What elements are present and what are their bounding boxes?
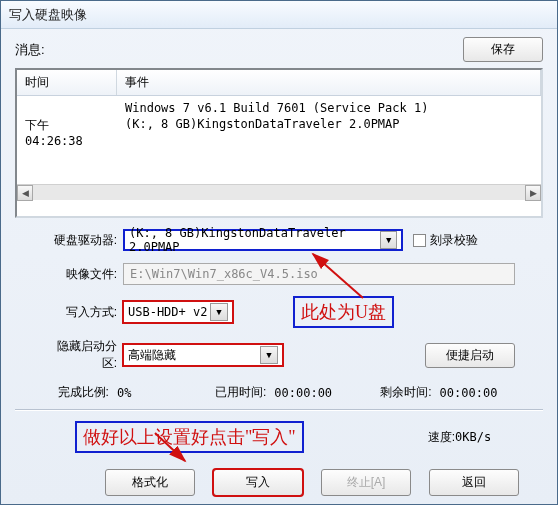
scroll-right-button[interactable]: ▶ bbox=[525, 185, 541, 201]
back-button[interactable]: 返回 bbox=[429, 469, 519, 496]
log-cell-time: 下午 04:26:38 bbox=[17, 116, 117, 149]
verify-checkbox[interactable] bbox=[413, 234, 426, 247]
scroll-track[interactable] bbox=[33, 185, 525, 200]
annotation-drive-note: 此处为U盘 bbox=[293, 296, 394, 328]
speed-value: 0KB/s bbox=[455, 430, 515, 444]
elapsed-label: 已用时间: bbox=[200, 384, 266, 401]
image-file-field[interactable]: E:\Win7\Win7_x86c_V4.5.iso bbox=[123, 263, 515, 285]
image-file-label: 映像文件: bbox=[43, 266, 123, 283]
log-column-time[interactable]: 时间 bbox=[17, 70, 117, 95]
log-row: Windows 7 v6.1 Build 7601 (Service Pack … bbox=[17, 100, 541, 116]
drive-combobox[interactable]: (K:, 8 GB)KingstonDataTraveler 2.0PMAP ▼ bbox=[123, 229, 403, 251]
log-panel: 时间 事件 Windows 7 v6.1 Build 7601 (Service… bbox=[15, 68, 543, 218]
dropdown-arrow-icon[interactable]: ▼ bbox=[210, 303, 228, 321]
log-row: 下午 04:26:38 (K:, 8 GB)KingstonDataTravel… bbox=[17, 116, 541, 149]
drive-label: 硬盘驱动器: bbox=[43, 232, 123, 249]
log-cell-event: (K:, 8 GB)KingstonDataTraveler 2.0PMAP bbox=[117, 116, 541, 149]
convenient-boot-button[interactable]: 便捷启动 bbox=[425, 343, 515, 368]
scroll-left-button[interactable]: ◀ bbox=[17, 185, 33, 201]
annotation-write-note: 做好以上设置好点击"写入" bbox=[75, 421, 304, 453]
log-cell-event: Windows 7 v6.1 Build 7601 (Service Pack … bbox=[117, 100, 541, 116]
abort-button: 终止[A] bbox=[321, 469, 411, 496]
write-button[interactable]: 写入 bbox=[213, 469, 303, 496]
progress-label: 完成比例: bbox=[43, 384, 109, 401]
write-mode-combobox[interactable]: USB-HDD+ v2 ▼ bbox=[123, 301, 233, 323]
log-cell-time bbox=[17, 100, 117, 116]
elapsed-value: 00:00:00 bbox=[274, 386, 349, 400]
log-column-event[interactable]: 事件 bbox=[117, 70, 541, 95]
verify-label: 刻录校验 bbox=[430, 232, 478, 249]
dropdown-arrow-icon[interactable]: ▼ bbox=[260, 346, 278, 364]
window-titlebar: 写入硬盘映像 bbox=[1, 1, 557, 29]
write-mode-label: 写入方式: bbox=[43, 304, 123, 321]
image-file-value: E:\Win7\Win7_x86c_V4.5.iso bbox=[130, 267, 318, 281]
remain-label: 剩余时间: bbox=[366, 384, 432, 401]
dropdown-arrow-icon[interactable]: ▼ bbox=[380, 231, 397, 249]
progress-value: 0% bbox=[117, 386, 192, 400]
save-button[interactable]: 保存 bbox=[463, 37, 543, 62]
hidden-partition-combobox[interactable]: 高端隐藏 ▼ bbox=[123, 344, 283, 366]
speed-label: 速度: bbox=[385, 429, 455, 446]
format-button[interactable]: 格式化 bbox=[105, 469, 195, 496]
hidden-partition-value: 高端隐藏 bbox=[128, 347, 176, 364]
hidden-partition-label: 隐藏启动分区: bbox=[43, 338, 123, 372]
horizontal-scrollbar[interactable]: ◀ ▶ bbox=[17, 184, 541, 200]
drive-value: (K:, 8 GB)KingstonDataTraveler 2.0PMAP bbox=[129, 226, 380, 254]
window-title: 写入硬盘映像 bbox=[9, 6, 87, 24]
remain-value: 00:00:00 bbox=[440, 386, 515, 400]
write-mode-value: USB-HDD+ v2 bbox=[128, 305, 207, 319]
message-label: 消息: bbox=[15, 41, 463, 59]
